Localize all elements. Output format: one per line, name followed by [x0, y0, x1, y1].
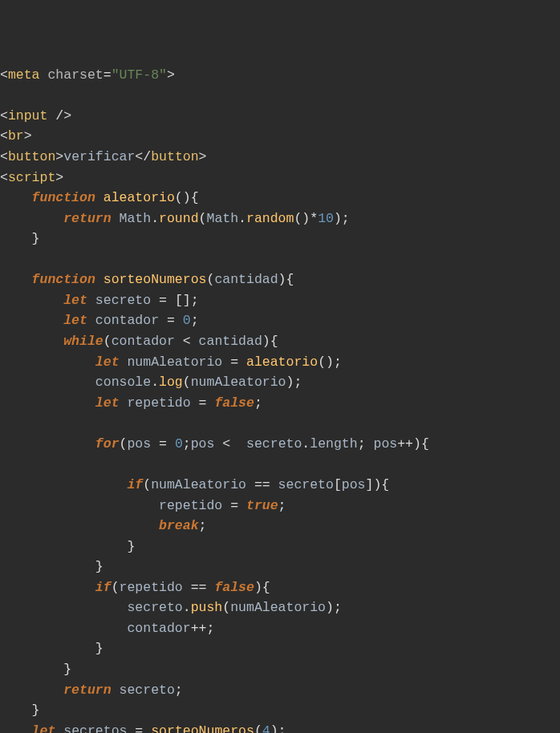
- code-line: contador++;: [0, 621, 214, 636]
- code-line: function sorteoNumeros(cantidad){: [0, 272, 294, 287]
- code-line: if(numAleatorio == secreto[pos]){: [0, 477, 389, 492]
- code-line: for(pos = 0;pos < secreto.length; pos++)…: [0, 436, 429, 452]
- code-line: let secretos = sorteoNumeros(4);: [0, 723, 286, 733]
- code-line: }: [0, 703, 40, 718]
- code-editor[interactable]: <meta charset="UTF-8"> <input /> <br> <b…: [0, 62, 560, 733]
- code-line: repetido = true;: [0, 498, 286, 513]
- code-line: }: [0, 539, 135, 554]
- code-line: break;: [0, 518, 206, 533]
- code-line: function aleatorio(){: [0, 190, 199, 205]
- code-line: <button>verificar</button>: [0, 149, 207, 164]
- code-line: <script>: [0, 170, 63, 185]
- code-line: }: [0, 662, 71, 677]
- code-line: <meta charset="UTF-8">: [0, 67, 175, 83]
- code-line: return secreto;: [0, 682, 183, 698]
- code-line: }: [0, 641, 103, 656]
- code-line: <br>: [0, 128, 32, 144]
- code-line: console.log(numAleatorio);: [0, 375, 302, 390]
- code-line: let secreto = [];: [0, 293, 199, 308]
- code-line: }: [0, 231, 40, 246]
- code-line: while(contador < cantidad){: [0, 334, 278, 349]
- code-line: let contador = 0;: [0, 313, 199, 328]
- code-line: return Math.round(Math.random()*10);: [0, 211, 350, 226]
- code-line: if(repetido == false){: [0, 580, 270, 595]
- code-line: let numAleatorio = aleatorio();: [0, 354, 342, 370]
- code-line: <input />: [0, 108, 71, 124]
- code-line: }: [0, 559, 103, 574]
- code-line: let repetido = false;: [0, 395, 262, 411]
- code-line: secreto.push(numAleatorio);: [0, 600, 342, 615]
